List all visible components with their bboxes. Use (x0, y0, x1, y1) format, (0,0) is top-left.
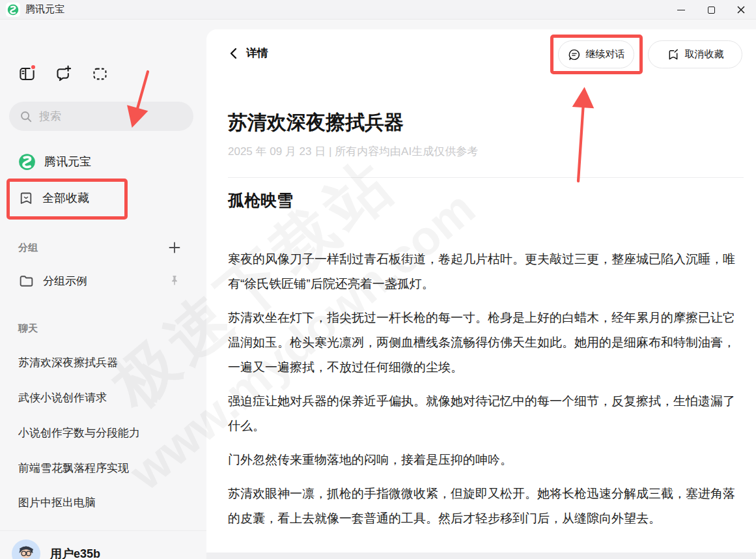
paragraph: 寒夜的风像刀子一样刮过青石板街道，卷起几片枯叶。更夫敲过三更，整座城已陷入沉睡，… (228, 247, 744, 296)
search-input[interactable]: 搜索 (9, 102, 193, 131)
paragraph: 苏清欢坐在灯下，指尖抚过一杆长枪的每一寸。枪身是上好的白蜡木，经年累月的摩擦已让… (228, 306, 744, 380)
article: 苏清欢深夜擦拭兵器 2025 年 09 月 23 日 | 所有内容均由AI生成仅… (228, 109, 744, 531)
avatar (12, 539, 40, 559)
maximize-icon (708, 7, 715, 14)
new-chat-button[interactable] (53, 64, 73, 83)
user-name: 用户e35b (50, 546, 100, 559)
chat-item[interactable]: 前端雪花飘落程序实现 (0, 457, 206, 479)
chat-lines-icon (568, 48, 581, 61)
sidebar-item-label: 全部收藏 (42, 190, 89, 206)
groups-section-header: 分组 (0, 239, 206, 256)
yuanbao-logo-icon (18, 153, 36, 171)
screenshot-icon (91, 65, 109, 83)
window-controls (666, 0, 756, 20)
workspace: 搜索 腾讯元宝 全部收藏 分组 (0, 20, 756, 559)
sidebar-divider (0, 530, 206, 531)
back-label: 详情 (246, 46, 268, 61)
divider (228, 177, 744, 178)
chat-item[interactable]: 小说创作字数与分段能力 (0, 422, 206, 444)
close-icon (736, 5, 746, 15)
screenshot-button[interactable] (90, 64, 109, 83)
close-button[interactable] (726, 0, 756, 20)
sidebar: 搜索 腾讯元宝 全部收藏 分组 (0, 20, 206, 559)
detail-panel: 详情 继续对话 取消收藏 苏清欢深夜擦拭兵器 2025 年 09 月 23 日 … (206, 29, 756, 559)
bottom-strip (206, 552, 756, 559)
yuanbao-logo-icon (7, 4, 19, 16)
sidebar-item-label: 分组示例 (43, 274, 87, 289)
pin-icon (169, 274, 180, 289)
article-title: 苏清欢深夜擦拭兵器 (228, 109, 744, 136)
user-profile[interactable]: 用户e35b (12, 538, 100, 559)
folder-icon (18, 273, 35, 289)
search-placeholder: 搜索 (39, 109, 61, 124)
minimize-button[interactable] (666, 0, 696, 20)
continue-chat-label: 继续对话 (586, 48, 625, 61)
bookmark-icon (18, 190, 34, 206)
toggle-sidebar-button[interactable] (17, 64, 36, 83)
paragraph: 强迫症让她对兵器的保养近乎偏执。就像她对待记忆中的每一个细节，反复擦拭，生怕遗漏… (228, 389, 744, 438)
continue-chat-button[interactable]: 继续对话 (558, 40, 634, 68)
plus-icon (168, 241, 181, 254)
minimize-icon (677, 10, 685, 10)
unfavorite-button[interactable]: 取消收藏 (648, 40, 742, 68)
notification-dot (30, 64, 36, 70)
sidebar-item-label: 腾讯元宝 (44, 154, 91, 169)
window-title: 腾讯元宝 (25, 3, 64, 16)
sidebar-item-group-example[interactable]: 分组示例 (0, 268, 206, 294)
new-chat-icon (55, 65, 72, 83)
search-icon (20, 110, 33, 123)
chat-item[interactable]: 图片中抠出电脑 (0, 491, 206, 513)
sidebar-toolbar (17, 64, 109, 83)
groups-header-label: 分组 (18, 242, 38, 254)
chat-item[interactable]: 武侠小说创作请求 (0, 386, 206, 408)
sidebar-item-favorites[interactable]: 全部收藏 (0, 184, 206, 212)
app-logo (6, 3, 20, 17)
title-bar: 腾讯元宝 (0, 0, 756, 20)
chat-item[interactable]: 苏清欢深夜擦拭兵器 (0, 351, 206, 373)
section-heading: 孤枪映雪 (228, 189, 744, 211)
back-button[interactable]: 详情 (228, 46, 268, 61)
article-meta: 2025 年 09 月 23 日 | 所有内容均由AI生成仅供参考 (228, 144, 744, 159)
chevron-left-icon (228, 48, 238, 59)
sidebar-item-yuanbao[interactable]: 腾讯元宝 (0, 148, 206, 175)
unfavorite-label: 取消收藏 (685, 48, 724, 61)
maximize-button[interactable] (696, 0, 726, 20)
chats-section-header: 聊天 (0, 320, 206, 337)
paragraph: 苏清欢眼神一凛，抓枪的手指微微收紧，但旋即又松开。她将长枪迅速分解成三截，塞进角… (228, 481, 744, 531)
paragraph: 门外忽然传来重物落地的闷响，接着是压抑的呻吟。 (228, 448, 744, 472)
chats-header-label: 聊天 (18, 322, 38, 335)
bookmark-remove-icon (667, 48, 680, 61)
add-group-button[interactable] (166, 239, 183, 256)
